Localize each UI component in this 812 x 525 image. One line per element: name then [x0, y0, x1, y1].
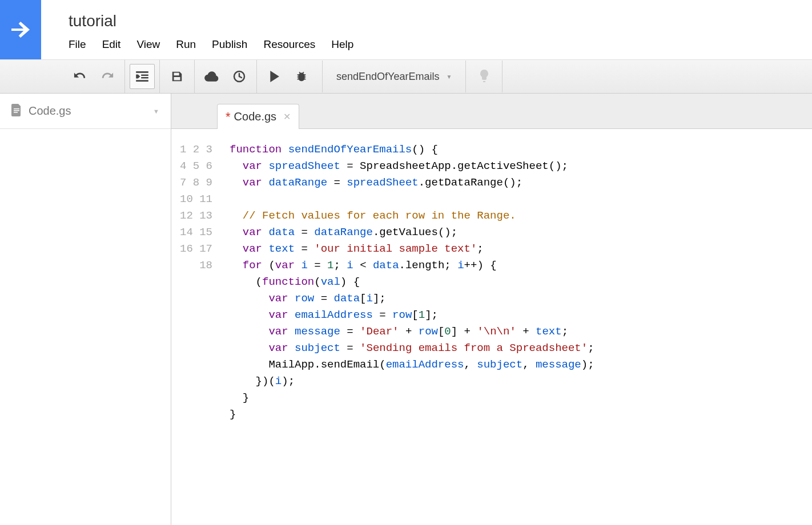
sidebar-file-label: Code.gs: [29, 104, 153, 118]
editor-tab[interactable]: * Code.gs ✕: [217, 104, 299, 129]
bug-icon: [295, 70, 308, 83]
line-number-gutter: 1 2 3 4 5 6 7 8 9 10 11 12 13 14 15 16 1…: [171, 129, 219, 525]
save-icon: [171, 70, 183, 83]
code-text[interactable]: function sendEndOfYearEmails() { var spr…: [219, 129, 812, 525]
clock-icon: [232, 70, 246, 83]
caret-down-icon[interactable]: ▼: [153, 108, 159, 115]
undo-button[interactable]: [67, 64, 93, 89]
triggers-button[interactable]: [227, 64, 252, 89]
menu-resources[interactable]: Resources: [263, 38, 315, 51]
app-logo[interactable]: [0, 0, 41, 59]
menu-publish[interactable]: Publish: [212, 38, 247, 51]
tab-close-button[interactable]: ✕: [283, 112, 291, 122]
toolbar: sendEndOfYearEmails ▼: [0, 59, 812, 94]
menu-bar: File Edit View Run Publish Resources Hel…: [65, 38, 812, 51]
sidebar-file-item[interactable]: Code.gs ▼: [0, 94, 171, 129]
hints-button[interactable]: [466, 60, 503, 92]
editor-tab-strip: * Code.gs ✕: [171, 94, 812, 129]
menu-edit[interactable]: Edit: [102, 38, 121, 51]
function-selector[interactable]: sendEndOfYearEmails ▼: [322, 60, 466, 92]
editor-tab-label: Code.gs: [234, 110, 277, 123]
file-sidebar: Code.gs ▼: [0, 94, 171, 525]
run-button[interactable]: [262, 64, 287, 89]
cloud-icon: [204, 70, 219, 83]
undo-icon: [74, 70, 86, 83]
deploy-button[interactable]: [199, 64, 224, 89]
debug-button[interactable]: [289, 64, 314, 89]
menu-run[interactable]: Run: [176, 38, 196, 51]
indent-button[interactable]: [130, 64, 155, 89]
unsaved-indicator-icon: *: [226, 111, 231, 123]
menu-file[interactable]: File: [69, 38, 86, 51]
menu-view[interactable]: View: [136, 38, 160, 51]
function-selector-label: sendEndOfYearEmails: [336, 71, 439, 83]
play-icon: [269, 71, 279, 82]
script-file-icon: [11, 104, 22, 118]
redo-icon: [101, 70, 114, 83]
redo-button[interactable]: [95, 64, 120, 89]
project-title[interactable]: tutorial: [65, 12, 812, 30]
menu-help[interactable]: Help: [331, 38, 353, 51]
code-editor[interactable]: 1 2 3 4 5 6 7 8 9 10 11 12 13 14 15 16 1…: [171, 129, 812, 525]
caret-down-icon: ▼: [446, 74, 452, 80]
save-button[interactable]: [164, 64, 190, 89]
lightbulb-icon: [477, 68, 491, 84]
indent-icon: [136, 71, 148, 82]
arrow-right-icon: [7, 16, 34, 43]
sidebar-resize-handle[interactable]: [164, 94, 171, 525]
